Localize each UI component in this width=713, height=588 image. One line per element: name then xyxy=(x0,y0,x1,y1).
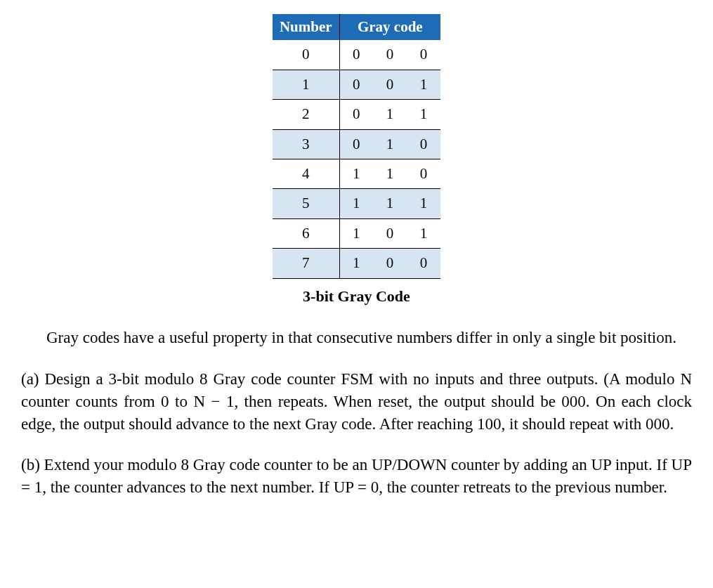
table-row: 4 1 1 0 xyxy=(273,159,440,188)
cell-bit: 1 xyxy=(339,218,373,248)
cell-bit: 1 xyxy=(407,218,440,248)
table-row: 1 0 0 1 xyxy=(273,70,440,99)
cell-bit: 0 xyxy=(407,249,440,278)
cell-bit: 1 xyxy=(373,159,407,188)
cell-bit: 0 xyxy=(339,129,373,159)
cell-bit: 1 xyxy=(339,249,373,278)
cell-number: 6 xyxy=(273,218,339,248)
cell-bit: 0 xyxy=(373,70,407,99)
cell-number: 5 xyxy=(273,189,339,218)
cell-bit: 0 xyxy=(339,40,373,70)
table-caption: 3-bit Gray Code xyxy=(21,286,692,308)
table-row: 0 0 0 0 xyxy=(273,40,440,70)
cell-bit: 1 xyxy=(339,159,373,188)
gray-code-table: Number Gray code 0 0 0 0 1 0 0 1 2 0 1 1 xyxy=(273,14,440,279)
cell-bit: 1 xyxy=(407,189,440,218)
intro-paragraph: Gray codes have a useful property in tha… xyxy=(21,327,692,349)
cell-bit: 0 xyxy=(373,40,407,70)
cell-number: 2 xyxy=(273,100,339,129)
question-part-a: (a) Design a 3-bit modulo 8 Gray code co… xyxy=(21,368,692,436)
cell-bit: 0 xyxy=(407,129,440,159)
cell-bit: 1 xyxy=(373,129,407,159)
cell-bit: 0 xyxy=(407,40,440,70)
question-part-b: (b) Extend your modulo 8 Gray code count… xyxy=(21,454,692,499)
cell-bit: 0 xyxy=(407,159,440,188)
cell-number: 0 xyxy=(273,40,339,70)
header-gray-code: Gray code xyxy=(339,14,440,40)
cell-number: 7 xyxy=(273,249,339,278)
cell-bit: 1 xyxy=(407,100,440,129)
cell-bit: 1 xyxy=(373,189,407,218)
cell-number: 4 xyxy=(273,159,339,188)
header-number: Number xyxy=(273,14,339,40)
intro-text: Gray codes have a useful property in tha… xyxy=(46,329,676,346)
cell-bit: 1 xyxy=(373,100,407,129)
table-row: 6 1 0 1 xyxy=(273,218,440,248)
cell-number: 3 xyxy=(273,129,339,159)
gray-code-table-container: Number Gray code 0 0 0 0 1 0 0 1 2 0 1 1 xyxy=(21,14,692,279)
cell-bit: 0 xyxy=(339,100,373,129)
table-row: 7 1 0 0 xyxy=(273,249,440,278)
cell-bit: 1 xyxy=(339,189,373,218)
cell-number: 1 xyxy=(273,70,339,99)
table-header-row: Number Gray code xyxy=(273,14,440,40)
cell-bit: 1 xyxy=(407,70,440,99)
table-row: 2 0 1 1 xyxy=(273,100,440,129)
cell-bit: 0 xyxy=(373,249,407,278)
table-row: 3 0 1 0 xyxy=(273,129,440,159)
cell-bit: 0 xyxy=(373,218,407,248)
cell-bit: 0 xyxy=(339,70,373,99)
table-row: 5 1 1 1 xyxy=(273,189,440,218)
